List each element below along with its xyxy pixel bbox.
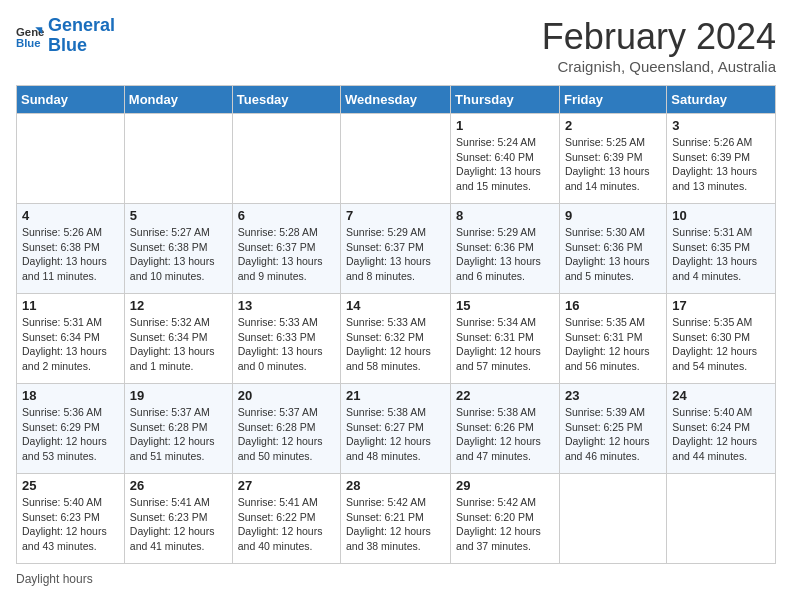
day-info: Sunrise: 5:27 AMSunset: 6:38 PMDaylight:… <box>130 225 227 284</box>
day-number: 26 <box>130 478 227 493</box>
col-header-monday: Monday <box>124 86 232 114</box>
day-info: Sunrise: 5:30 AMSunset: 6:36 PMDaylight:… <box>565 225 661 284</box>
calendar-cell: 24Sunrise: 5:40 AMSunset: 6:24 PMDayligh… <box>667 384 776 474</box>
day-number: 14 <box>346 298 445 313</box>
logo-blue: Blue <box>48 35 87 55</box>
day-info: Sunrise: 5:38 AMSunset: 6:26 PMDaylight:… <box>456 405 554 464</box>
col-header-friday: Friday <box>559 86 666 114</box>
day-info: Sunrise: 5:35 AMSunset: 6:31 PMDaylight:… <box>565 315 661 374</box>
day-info: Sunrise: 5:39 AMSunset: 6:25 PMDaylight:… <box>565 405 661 464</box>
day-number: 2 <box>565 118 661 133</box>
day-number: 20 <box>238 388 335 403</box>
month-title: February 2024 <box>542 16 776 58</box>
calendar-week-5: 25Sunrise: 5:40 AMSunset: 6:23 PMDayligh… <box>17 474 776 564</box>
day-info: Sunrise: 5:24 AMSunset: 6:40 PMDaylight:… <box>456 135 554 194</box>
calendar-cell: 18Sunrise: 5:36 AMSunset: 6:29 PMDayligh… <box>17 384 125 474</box>
calendar-cell: 8Sunrise: 5:29 AMSunset: 6:36 PMDaylight… <box>451 204 560 294</box>
calendar-cell: 2Sunrise: 5:25 AMSunset: 6:39 PMDaylight… <box>559 114 666 204</box>
logo-general: General <box>48 15 115 35</box>
day-info: Sunrise: 5:25 AMSunset: 6:39 PMDaylight:… <box>565 135 661 194</box>
day-info: Sunrise: 5:36 AMSunset: 6:29 PMDaylight:… <box>22 405 119 464</box>
day-info: Sunrise: 5:31 AMSunset: 6:35 PMDaylight:… <box>672 225 770 284</box>
day-number: 7 <box>346 208 445 223</box>
day-info: Sunrise: 5:41 AMSunset: 6:23 PMDaylight:… <box>130 495 227 554</box>
title-section: February 2024 Craignish, Queensland, Aus… <box>542 16 776 75</box>
col-header-saturday: Saturday <box>667 86 776 114</box>
day-number: 19 <box>130 388 227 403</box>
day-number: 27 <box>238 478 335 493</box>
calendar-cell: 7Sunrise: 5:29 AMSunset: 6:37 PMDaylight… <box>341 204 451 294</box>
calendar-week-4: 18Sunrise: 5:36 AMSunset: 6:29 PMDayligh… <box>17 384 776 474</box>
day-info: Sunrise: 5:33 AMSunset: 6:32 PMDaylight:… <box>346 315 445 374</box>
calendar-cell: 26Sunrise: 5:41 AMSunset: 6:23 PMDayligh… <box>124 474 232 564</box>
calendar-cell: 29Sunrise: 5:42 AMSunset: 6:20 PMDayligh… <box>451 474 560 564</box>
calendar-cell <box>17 114 125 204</box>
day-number: 1 <box>456 118 554 133</box>
calendar-cell: 10Sunrise: 5:31 AMSunset: 6:35 PMDayligh… <box>667 204 776 294</box>
col-header-sunday: Sunday <box>17 86 125 114</box>
day-number: 17 <box>672 298 770 313</box>
day-number: 21 <box>346 388 445 403</box>
day-info: Sunrise: 5:35 AMSunset: 6:30 PMDaylight:… <box>672 315 770 374</box>
day-number: 28 <box>346 478 445 493</box>
day-info: Sunrise: 5:34 AMSunset: 6:31 PMDaylight:… <box>456 315 554 374</box>
day-info: Sunrise: 5:42 AMSunset: 6:20 PMDaylight:… <box>456 495 554 554</box>
calendar-cell: 28Sunrise: 5:42 AMSunset: 6:21 PMDayligh… <box>341 474 451 564</box>
col-header-tuesday: Tuesday <box>232 86 340 114</box>
daylight-label: Daylight hours <box>16 572 93 586</box>
logo-icon: General Blue <box>16 22 44 50</box>
day-number: 13 <box>238 298 335 313</box>
calendar-week-2: 4Sunrise: 5:26 AMSunset: 6:38 PMDaylight… <box>17 204 776 294</box>
calendar-cell: 12Sunrise: 5:32 AMSunset: 6:34 PMDayligh… <box>124 294 232 384</box>
day-info: Sunrise: 5:29 AMSunset: 6:36 PMDaylight:… <box>456 225 554 284</box>
calendar-cell: 21Sunrise: 5:38 AMSunset: 6:27 PMDayligh… <box>341 384 451 474</box>
logo: General Blue General Blue <box>16 16 115 56</box>
day-number: 5 <box>130 208 227 223</box>
col-header-thursday: Thursday <box>451 86 560 114</box>
day-info: Sunrise: 5:26 AMSunset: 6:39 PMDaylight:… <box>672 135 770 194</box>
calendar-cell: 1Sunrise: 5:24 AMSunset: 6:40 PMDaylight… <box>451 114 560 204</box>
col-header-wednesday: Wednesday <box>341 86 451 114</box>
day-number: 9 <box>565 208 661 223</box>
day-info: Sunrise: 5:28 AMSunset: 6:37 PMDaylight:… <box>238 225 335 284</box>
svg-text:Blue: Blue <box>16 36 41 48</box>
day-number: 29 <box>456 478 554 493</box>
calendar-cell: 4Sunrise: 5:26 AMSunset: 6:38 PMDaylight… <box>17 204 125 294</box>
day-info: Sunrise: 5:29 AMSunset: 6:37 PMDaylight:… <box>346 225 445 284</box>
day-number: 18 <box>22 388 119 403</box>
day-number: 4 <box>22 208 119 223</box>
location-subtitle: Craignish, Queensland, Australia <box>542 58 776 75</box>
day-info: Sunrise: 5:32 AMSunset: 6:34 PMDaylight:… <box>130 315 227 374</box>
calendar-cell <box>667 474 776 564</box>
calendar-cell: 25Sunrise: 5:40 AMSunset: 6:23 PMDayligh… <box>17 474 125 564</box>
calendar-cell <box>124 114 232 204</box>
calendar-cell: 22Sunrise: 5:38 AMSunset: 6:26 PMDayligh… <box>451 384 560 474</box>
page-header: General Blue General Blue February 2024 … <box>16 16 776 75</box>
footer: Daylight hours <box>16 572 776 586</box>
day-info: Sunrise: 5:41 AMSunset: 6:22 PMDaylight:… <box>238 495 335 554</box>
calendar-cell: 20Sunrise: 5:37 AMSunset: 6:28 PMDayligh… <box>232 384 340 474</box>
day-number: 16 <box>565 298 661 313</box>
calendar-cell: 9Sunrise: 5:30 AMSunset: 6:36 PMDaylight… <box>559 204 666 294</box>
calendar-cell: 23Sunrise: 5:39 AMSunset: 6:25 PMDayligh… <box>559 384 666 474</box>
calendar-cell: 19Sunrise: 5:37 AMSunset: 6:28 PMDayligh… <box>124 384 232 474</box>
calendar-cell: 6Sunrise: 5:28 AMSunset: 6:37 PMDaylight… <box>232 204 340 294</box>
calendar-cell <box>341 114 451 204</box>
day-number: 15 <box>456 298 554 313</box>
calendar-cell: 13Sunrise: 5:33 AMSunset: 6:33 PMDayligh… <box>232 294 340 384</box>
day-number: 8 <box>456 208 554 223</box>
calendar-week-3: 11Sunrise: 5:31 AMSunset: 6:34 PMDayligh… <box>17 294 776 384</box>
calendar-cell: 14Sunrise: 5:33 AMSunset: 6:32 PMDayligh… <box>341 294 451 384</box>
day-info: Sunrise: 5:38 AMSunset: 6:27 PMDaylight:… <box>346 405 445 464</box>
calendar-cell: 16Sunrise: 5:35 AMSunset: 6:31 PMDayligh… <box>559 294 666 384</box>
day-number: 23 <box>565 388 661 403</box>
calendar-cell: 5Sunrise: 5:27 AMSunset: 6:38 PMDaylight… <box>124 204 232 294</box>
day-number: 12 <box>130 298 227 313</box>
calendar-table: SundayMondayTuesdayWednesdayThursdayFrid… <box>16 85 776 564</box>
calendar-header-row: SundayMondayTuesdayWednesdayThursdayFrid… <box>17 86 776 114</box>
day-number: 24 <box>672 388 770 403</box>
calendar-cell: 11Sunrise: 5:31 AMSunset: 6:34 PMDayligh… <box>17 294 125 384</box>
day-number: 3 <box>672 118 770 133</box>
day-info: Sunrise: 5:26 AMSunset: 6:38 PMDaylight:… <box>22 225 119 284</box>
day-number: 25 <box>22 478 119 493</box>
